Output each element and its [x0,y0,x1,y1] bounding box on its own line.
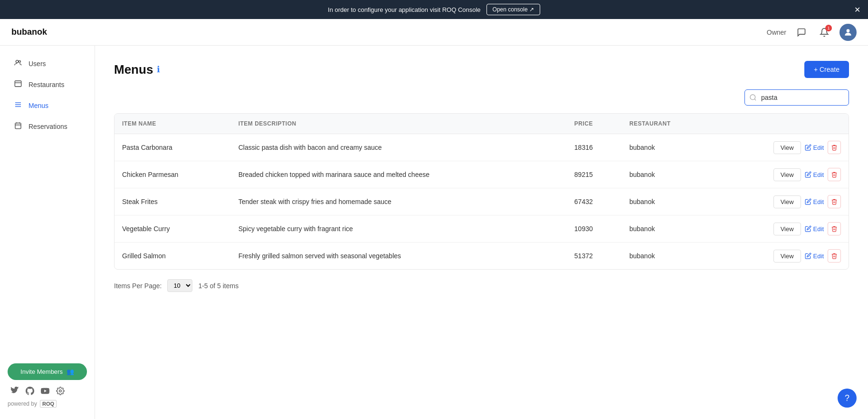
cell-restaurant: bubanok [622,243,714,270]
users-icon [13,59,23,68]
edit-button[interactable]: Edit [805,253,824,260]
search-input[interactable] [744,89,849,106]
menu-table: ITEM NAME ITEM DESCRIPTION PRICE RESTAUR… [114,113,849,270]
cell-item-name: Grilled Salmon [114,243,231,270]
cell-price: 67432 [567,188,622,215]
sidebar-item-label: Restaurants [29,81,64,88]
cell-item-description: Breaded chicken topped with marinara sau… [231,161,567,188]
pagination: Items Per Page: 10 25 50 1-5 of 5 items [114,279,849,292]
cell-restaurant: bubanok [622,188,714,215]
cell-restaurant: bubanok [622,161,714,188]
delete-button[interactable] [828,195,841,208]
notification-icon[interactable]: 1 [817,25,832,40]
cell-item-description: Spicy vegetable curry with fragrant rice [231,215,567,243]
delete-button[interactable] [828,249,841,263]
header: bubanok Owner 1 [0,19,868,46]
cell-item-name: Vegetable Curry [114,215,231,243]
svg-point-0 [847,29,850,32]
col-item-description: ITEM DESCRIPTION [231,114,567,134]
header-right: Owner 1 [767,24,857,41]
social-icons [8,386,87,396]
sidebar-item-users[interactable]: Users [4,54,91,73]
notification-badge: 1 [825,25,832,31]
cell-actions: View Edit [714,188,849,215]
cell-item-description: Classic pasta dish with bacon and creamy… [231,134,567,161]
youtube-icon[interactable] [40,386,50,396]
top-banner: In order to configure your application v… [0,0,868,19]
delete-button[interactable] [828,168,841,181]
delete-button[interactable] [828,141,841,154]
cell-item-name: Steak Frites [114,188,231,215]
view-button[interactable]: View [773,250,801,263]
svg-line-14 [754,99,756,100]
table-row: Pasta Carbonara Classic pasta dish with … [114,134,849,161]
svg-rect-3 [15,81,21,87]
table-row: Grilled Salmon Freshly grilled salmon se… [114,243,849,270]
search-bar [114,89,849,106]
sidebar: Users Restaurants Menus Reservations Inv… [0,46,95,419]
owner-label: Owner [767,29,786,36]
delete-button[interactable] [828,222,841,235]
svg-point-1 [16,60,18,63]
table-row: Chicken Parmesan Breaded chicken topped … [114,161,849,188]
pagination-summary: 1-5 of 5 items [198,282,238,290]
view-button[interactable]: View [773,195,801,208]
view-button[interactable]: View [773,168,801,181]
edit-button[interactable]: Edit [805,171,824,178]
menus-icon [13,101,23,110]
edit-button[interactable]: Edit [805,144,824,151]
powered-by: powered by ROQ [8,400,87,408]
cell-price: 10930 [567,215,622,243]
cell-price: 18316 [567,134,622,161]
edit-button[interactable]: Edit [805,198,824,205]
cell-restaurant: bubanok [622,134,714,161]
roq-logo: ROQ [40,400,57,408]
invite-members-button[interactable]: Invite Members 👥 [8,363,87,380]
svg-point-12 [59,390,62,392]
items-per-page-label: Items Per Page: [114,282,162,290]
search-input-wrap [744,89,849,106]
info-icon[interactable]: ℹ [157,64,160,75]
view-button[interactable]: View [773,223,801,235]
sidebar-item-label: Reservations [29,123,67,130]
table-header-row: ITEM NAME ITEM DESCRIPTION PRICE RESTAUR… [114,114,849,134]
sidebar-item-label: Users [29,60,46,68]
reservations-icon [13,122,23,131]
settings-icon[interactable] [55,386,66,396]
col-restaurant: RESTAURANT [622,114,714,134]
banner-message: In order to configure your application v… [328,6,481,13]
cell-price: 89215 [567,161,622,188]
sidebar-item-restaurants[interactable]: Restaurants [4,75,91,94]
help-button[interactable]: ? [838,389,857,408]
edit-button[interactable]: Edit [805,225,824,233]
close-banner-icon[interactable]: ✕ [854,5,860,14]
cell-restaurant: bubanok [622,215,714,243]
user-avatar[interactable] [839,24,857,41]
cell-item-name: Pasta Carbonara [114,134,231,161]
restaurants-icon [13,80,23,89]
cell-item-name: Chicken Parmesan [114,161,231,188]
cell-actions: View Edit [714,215,849,243]
app-logo: bubanok [11,27,47,37]
invite-label: Invite Members [20,368,63,375]
cell-price: 51372 [567,243,622,270]
sidebar-item-menus[interactable]: Menus [4,96,91,115]
view-button[interactable]: View [773,141,801,154]
cell-item-description: Freshly grilled salmon served with seaso… [231,243,567,270]
sidebar-item-label: Menus [29,102,48,109]
cell-actions: View Edit [714,161,849,188]
sidebar-item-reservations[interactable]: Reservations [4,117,91,136]
cell-actions: View Edit [714,243,849,270]
open-console-button[interactable]: Open console ↗ [486,4,540,15]
col-actions [714,114,849,134]
github-icon[interactable] [25,386,35,396]
page-title: Menus [114,62,153,77]
col-price: PRICE [567,114,622,134]
create-button[interactable]: + Create [804,61,849,78]
table-row: Vegetable Curry Spicy vegetable curry wi… [114,215,849,243]
chat-icon[interactable] [794,25,809,40]
per-page-select[interactable]: 10 25 50 [167,279,192,292]
cell-actions: View Edit [714,134,849,161]
twitter-icon[interactable] [10,386,20,396]
col-item-name: ITEM NAME [114,114,231,134]
